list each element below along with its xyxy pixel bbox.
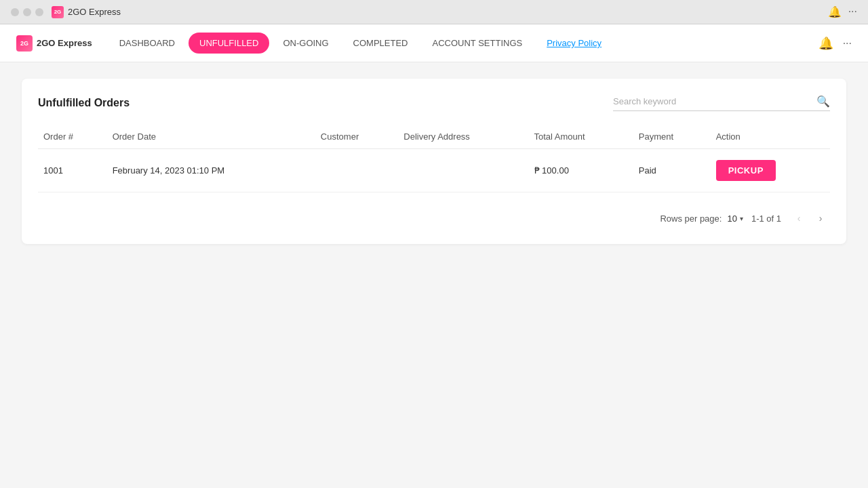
page-info: 1-1 of 1 (751, 214, 781, 224)
card-header: Unfulfilled Orders 🔍 (38, 95, 830, 111)
browser-logo-icon: 2G (52, 6, 64, 18)
chevron-down-icon: ▾ (740, 215, 743, 222)
col-total-amount: Total Amount (529, 125, 633, 149)
next-page-button[interactable]: › (811, 209, 830, 228)
table-header: Order # Order Date Customer Delivery Add… (38, 125, 830, 149)
cell-delivery-address (398, 149, 528, 192)
cell-order-num: 1001 (38, 149, 107, 192)
nav-logo: 2G 2GO Express (16, 35, 92, 52)
nav-item-privacy[interactable]: Privacy Policy (536, 33, 612, 54)
nav-item-dashboard[interactable]: DASHBOARD (108, 33, 186, 54)
top-nav: 2G 2GO Express DASHBOARD UNFULFILLED ON-… (0, 24, 868, 62)
table-header-row: Order # Order Date Customer Delivery Add… (38, 125, 830, 149)
page: 2G 2GO Express DASHBOARD UNFULFILLED ON-… (0, 24, 868, 488)
browser-dot-3 (35, 8, 43, 16)
col-order-date: Order Date (107, 125, 315, 149)
nav-item-unfulfilled[interactable]: UNFULFILLED (189, 33, 269, 54)
main-content: Unfulfilled Orders 🔍 Order # Order Date … (0, 62, 868, 260)
page-title: Unfulfilled Orders (38, 97, 130, 109)
nav-item-account[interactable]: ACCOUNT SETTINGS (422, 33, 534, 54)
prev-page-button[interactable]: ‹ (789, 209, 808, 228)
bell-icon[interactable]: 🔔 (818, 36, 833, 51)
browser-actions: 🔔 ··· (828, 5, 857, 18)
notification-icon[interactable]: 🔔 (828, 5, 842, 18)
orders-card: Unfulfilled Orders 🔍 Order # Order Date … (22, 79, 846, 244)
browser-dot-1 (11, 8, 19, 16)
orders-table: Order # Order Date Customer Delivery Add… (38, 125, 830, 192)
browser-bar: 2G 2GO Express 🔔 ··· (0, 0, 868, 24)
pagination: Rows per page: 10 ▾ 1-1 of 1 ‹ › (38, 203, 830, 228)
cell-total-amount: ₱ 100.00 (529, 149, 633, 192)
more-icon[interactable]: ··· (848, 5, 857, 18)
browser-title-text: 2GO Express (68, 7, 121, 17)
nav-more-icon[interactable]: ··· (843, 37, 852, 49)
col-customer: Customer (315, 125, 398, 149)
pickup-button[interactable]: PICKUP (716, 160, 776, 181)
nav-item-completed[interactable]: COMPLETED (342, 33, 419, 54)
table-row: 1001 February 14, 2023 01:10 PM ₱ 100.00… (38, 149, 830, 192)
page-navigation: ‹ › (789, 209, 830, 228)
browser-dot-2 (23, 8, 31, 16)
rows-per-page: Rows per page: 10 ▾ (660, 214, 743, 224)
col-order-num: Order # (38, 125, 107, 149)
col-action: Action (711, 125, 830, 149)
rows-per-page-select[interactable]: 10 ▾ (727, 214, 743, 224)
search-input[interactable] (613, 96, 811, 106)
search-icon: 🔍 (816, 95, 830, 108)
table-body: 1001 February 14, 2023 01:10 PM ₱ 100.00… (38, 149, 830, 192)
browser-title: 2G 2GO Express (52, 6, 121, 18)
rows-per-page-value: 10 (727, 214, 736, 224)
col-delivery-address: Delivery Address (398, 125, 528, 149)
nav-item-ongoing[interactable]: ON-GOING (272, 33, 339, 54)
col-payment: Payment (633, 125, 711, 149)
nav-logo-icon: 2G (16, 35, 33, 52)
cell-action: PICKUP (711, 149, 830, 192)
cell-customer (315, 149, 398, 192)
cell-order-date: February 14, 2023 01:10 PM (107, 149, 315, 192)
search-container: 🔍 (613, 95, 830, 111)
rows-per-page-label: Rows per page: (660, 214, 722, 224)
nav-logo-text: 2GO Express (37, 38, 92, 48)
browser-controls (11, 8, 43, 16)
cell-payment: Paid (633, 149, 711, 192)
